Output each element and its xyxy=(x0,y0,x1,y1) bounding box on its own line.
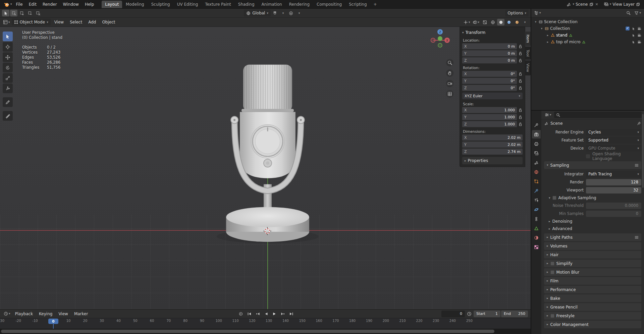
section-checkbox[interactable] xyxy=(550,270,554,274)
transform-panel-header[interactable]: ▾ Transform xyxy=(462,29,523,36)
section-header[interactable]: ▸ Volumes xyxy=(544,242,641,250)
snap-toggle-button[interactable] xyxy=(271,10,279,16)
xray-toggle-button[interactable] xyxy=(481,19,488,25)
tab-physics[interactable] xyxy=(532,205,541,214)
select-mode-new-button[interactable] xyxy=(10,10,17,16)
properties-editor-type-button[interactable]: ▾ xyxy=(544,112,552,118)
lock-icon[interactable] xyxy=(518,79,523,83)
tab-render[interactable] xyxy=(532,130,541,138)
play-reverse-button[interactable] xyxy=(262,311,270,317)
subpanel-header[interactable]: ▸ Advanced xyxy=(544,225,641,232)
section-header[interactable]: ▸ Color Management xyxy=(544,321,641,328)
location-field[interactable]: Y0 m xyxy=(462,50,517,57)
workspace-tab[interactable]: Shading xyxy=(235,1,258,8)
view-layer-selector[interactable]: ▾ View Layer xyxy=(602,1,641,7)
workspace-tab[interactable]: Texture Paint xyxy=(202,1,234,8)
select-mode-subtract-button[interactable] xyxy=(26,10,34,16)
jump-to-start-button[interactable] xyxy=(245,311,253,317)
end-frame-field[interactable]: End 250 xyxy=(501,311,528,317)
tab-material[interactable] xyxy=(532,233,541,242)
current-frame-marker[interactable]: 0 xyxy=(48,319,58,324)
viewport-menu-item[interactable]: Select xyxy=(67,19,85,25)
snap-options-dropdown[interactable]: ▾ xyxy=(279,10,287,16)
viewport-samples-field[interactable]: 32 xyxy=(586,187,641,193)
expand-icon[interactable]: ▾ xyxy=(540,27,543,30)
show-overlays-button[interactable]: ▾ xyxy=(472,19,480,25)
tool-annotate[interactable] xyxy=(3,97,13,107)
timeline-scrollbar-thumb[interactable] xyxy=(1,330,494,333)
section-header[interactable]: ▸ Motion Blur xyxy=(544,268,641,276)
properties-scrollbar[interactable] xyxy=(642,114,644,188)
topbar-menu-item[interactable]: Help xyxy=(82,1,97,8)
rotation-field[interactable]: Z0° xyxy=(462,85,517,91)
feature-set-dropdown[interactable]: Supported▾ xyxy=(586,137,641,144)
tab-particles[interactable] xyxy=(532,196,541,204)
lock-icon[interactable] xyxy=(518,115,523,119)
panel-menu-icon[interactable] xyxy=(635,236,639,239)
min-samples-field[interactable]: 0 xyxy=(586,211,641,217)
unlink-scene-icon[interactable]: × xyxy=(595,2,599,6)
auto-keying-button[interactable] xyxy=(237,311,245,317)
jump-to-end-button[interactable] xyxy=(287,311,295,317)
tab-scene[interactable] xyxy=(532,158,541,167)
section-header[interactable]: ▸ Performance xyxy=(544,286,641,293)
viewport-canvas[interactable]: User Perspective (0) Collection | stand … xyxy=(0,27,531,309)
selectable-icon[interactable] xyxy=(632,40,635,44)
tab-output[interactable] xyxy=(532,140,541,148)
device-dropdown[interactable]: GPU Compute▾ xyxy=(586,145,641,152)
lock-icon[interactable] xyxy=(518,108,523,112)
select-mode-extend-button[interactable] xyxy=(18,10,25,16)
mode-dropdown[interactable]: Object Mode ▾ xyxy=(12,19,51,25)
scene-collection-row[interactable]: ▾ Scene Collection xyxy=(533,18,643,25)
editor-type-button[interactable]: ▾ xyxy=(2,19,11,25)
current-frame-field[interactable]: 0 xyxy=(441,311,465,317)
scene-selector[interactable]: ▾ Scene × xyxy=(565,1,600,7)
lock-icon[interactable] xyxy=(518,45,523,48)
transform-orientation-dropdown[interactable]: Global ▾ xyxy=(244,10,271,16)
timeline-menu-item[interactable]: Playback xyxy=(12,311,36,317)
section-checkbox[interactable] xyxy=(550,314,554,318)
object-row[interactable]: ▸ top of micro xyxy=(533,39,643,45)
pan-button[interactable] xyxy=(446,69,453,77)
noise-threshold-field[interactable]: 0.0000 xyxy=(586,203,641,209)
workspace-tab[interactable]: UV Editing xyxy=(174,1,202,8)
collection-row[interactable]: ▾ Collection xyxy=(533,25,643,32)
lock-icon[interactable] xyxy=(518,86,523,90)
outliner-search-button[interactable] xyxy=(625,10,632,16)
exclude-checkbox[interactable] xyxy=(626,26,630,31)
subpanel-header[interactable]: ▸ Denoising xyxy=(544,218,641,225)
topbar-menu-item[interactable]: Render xyxy=(40,1,60,8)
section-header[interactable]: ▸ Simplify xyxy=(544,260,641,267)
new-scene-icon[interactable] xyxy=(589,2,593,6)
dimension-field[interactable]: Z2.74 m xyxy=(462,149,523,155)
zoom-button[interactable] xyxy=(446,59,453,66)
section-header[interactable]: ▸ Freestyle xyxy=(544,312,641,320)
tool-rotate[interactable] xyxy=(3,63,13,72)
render-engine-dropdown[interactable]: Cycles▾ xyxy=(586,129,641,135)
tool-select-box[interactable] xyxy=(3,32,13,41)
sidebar-tab[interactable]: View xyxy=(525,60,531,75)
lock-icon[interactable] xyxy=(518,59,523,62)
shading-solid-button[interactable] xyxy=(497,19,504,25)
render-visibility-icon[interactable] xyxy=(637,40,641,44)
workspace-tab[interactable]: Rendering xyxy=(286,1,313,8)
play-button[interactable] xyxy=(270,311,278,317)
section-header[interactable]: ▸ Grease Pencil xyxy=(544,303,641,311)
expand-icon[interactable]: ▸ xyxy=(546,40,549,44)
osl-checkbox[interactable] xyxy=(586,154,590,158)
dimension-field[interactable]: X2.02 m xyxy=(462,134,523,141)
gizmo-minus-x[interactable] xyxy=(431,38,435,43)
workspace-tab[interactable]: Compositing xyxy=(313,1,345,8)
rotation-field[interactable]: X0° xyxy=(462,71,517,77)
gizmo-minus-y[interactable] xyxy=(438,43,442,47)
workspace-tab[interactable]: Sculpting xyxy=(148,1,173,8)
pin-icon[interactable] xyxy=(637,121,641,125)
tab-view-layer[interactable] xyxy=(532,149,541,157)
tool-scale[interactable] xyxy=(3,73,13,83)
adaptive-sampling-header[interactable]: ▾ Adaptive Sampling xyxy=(544,194,641,202)
new-view-layer-icon[interactable] xyxy=(636,2,640,6)
integrator-dropdown[interactable]: Path Tracing▾ xyxy=(586,171,641,177)
scale-field[interactable]: X1.000 xyxy=(462,107,517,113)
lock-icon[interactable] xyxy=(518,52,523,55)
timeline-editor-type-button[interactable]: ▾ xyxy=(3,311,11,317)
